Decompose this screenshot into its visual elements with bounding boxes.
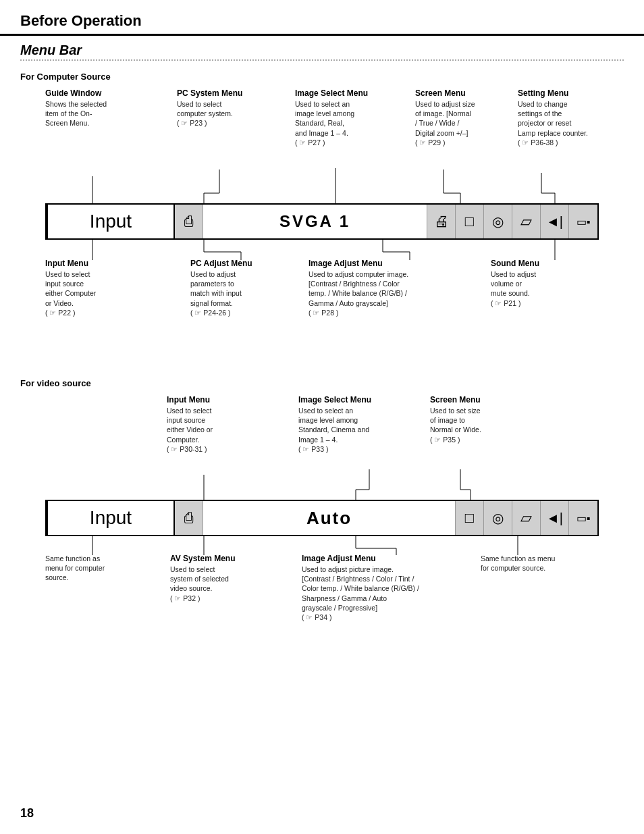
v-image-adjust-icon: ◎	[492, 510, 504, 526]
video-input-text: Input	[90, 507, 132, 529]
computer-full-diagram: Guide Window Shows the selecteditem of t…	[45, 88, 599, 358]
sound-icon: ◄|	[546, 214, 563, 230]
pc-adjust-title: PC Adjust Menu	[190, 259, 298, 268]
v-image-select-label: Image Select Menu Used to select animage…	[298, 395, 417, 454]
v-input-menu-body: Used to selectinput sourceeither Video o…	[167, 406, 278, 454]
v-screen-menu-body: Used to set sizeof image toNormal or Wid…	[430, 406, 535, 444]
av-system-label: AV System Menu Used to selectsystem of s…	[170, 554, 288, 603]
extra-icon: ▭▪	[576, 215, 591, 228]
v-image-select-body: Used to select animage level amongStanda…	[298, 406, 417, 454]
video-source-section: For video source	[20, 378, 624, 654]
computer-source-label: For Computer Source	[20, 72, 624, 82]
setting-icon: ▱	[520, 213, 532, 230]
video-full-diagram: Input Menu Used to selectinput sourceeit…	[45, 395, 599, 654]
v-image-select-title: Image Select Menu	[298, 395, 417, 405]
input-menu-label: Input Menu Used to selectinput sourceeit…	[45, 259, 153, 317]
v-sound-icon: ◄|	[546, 511, 563, 526]
v-image-adjust-label: Image Adjust Menu Used to adjust picture…	[302, 554, 471, 622]
screen-menu-label: Screen Menu Used to adjust sizeof image.…	[415, 88, 513, 147]
video-menu-bar: Input ⎙ Auto □	[45, 500, 599, 536]
top-annotations-computer: Guide Window Shows the selecteditem of t…	[45, 88, 599, 203]
image-adjust-icon: ◎	[492, 213, 504, 230]
pc-system-icon-box[interactable]: ⎙	[175, 205, 203, 238]
auto-text-box: Auto	[203, 501, 456, 535]
sound-menu-body: Used to adjustvolume ormute sound.( ☞ P2…	[491, 269, 595, 308]
image-adjust-title: Image Adjust Menu	[308, 259, 471, 268]
image-select-icon-box[interactable]: 🖨	[427, 205, 456, 238]
sound-menu-title: Sound Menu	[491, 259, 595, 268]
sound-icon-box[interactable]: ◄|	[541, 205, 569, 238]
video-source-diagram: Input Menu Used to selectinput sourceeit…	[20, 395, 624, 654]
v-image-adjust-body: Used to adjust picture image.[Contrast /…	[302, 565, 471, 622]
page-number: 18	[20, 806, 34, 820]
image-select-body: Used to select animage level amongStanda…	[295, 99, 406, 147]
v-extra-icon-box[interactable]: ▭▪	[569, 501, 597, 535]
guide-window-body: Shows the selecteditem of the On-Screen …	[45, 99, 146, 128]
bottom-annotations-computer: Input Menu Used to selectinput sourceeit…	[45, 240, 599, 358]
computer-menu-icons: ⎙ SVGA 1 🖨 □ ◎	[175, 205, 597, 238]
guide-window-title: Guide Window	[45, 88, 146, 98]
computer-input-box: Input	[47, 203, 175, 240]
same-left-label: Same function asmenu for computersource.	[45, 554, 160, 583]
bottom-annotations-video: Same function asmenu for computersource.…	[45, 536, 599, 654]
v-input-menu-label: Input Menu Used to selectinput sourceeit…	[167, 395, 278, 454]
extra-icon-box[interactable]: ▭▪	[569, 205, 597, 238]
image-select-icon: 🖨	[434, 213, 449, 230]
image-adjust-label: Image Adjust Menu Used to adjust compute…	[308, 259, 471, 317]
screen-icon: □	[465, 213, 474, 230]
pc-system-icon: ⎙	[184, 213, 193, 230]
av-system-body: Used to selectsystem of selectedvideo so…	[170, 565, 288, 603]
setting-icon-box[interactable]: ▱	[512, 205, 541, 238]
v-setting-icon-box[interactable]: ▱	[512, 501, 541, 535]
av-system-icon-box[interactable]: ⎙	[175, 501, 203, 535]
v-screen-menu-label: Screen Menu Used to set sizeof image toN…	[430, 395, 535, 444]
v-setting-icon: ▱	[520, 509, 532, 527]
input-menu-title: Input Menu	[45, 259, 153, 268]
pc-adjust-label: PC Adjust Menu Used to adjustparameters …	[190, 259, 298, 317]
av-system-title: AV System Menu	[170, 554, 288, 563]
guide-window-label: Guide Window Shows the selecteditem of t…	[45, 88, 146, 128]
computer-source-diagram: Guide Window Shows the selecteditem of t…	[20, 88, 624, 358]
v-screen-icon: □	[465, 509, 474, 527]
v-screen-menu-title: Screen Menu	[430, 395, 535, 405]
page-title: Before Operation	[20, 12, 624, 30]
v-image-adjust-icon-box[interactable]: ◎	[484, 501, 512, 535]
setting-menu-body: Used to changesettings of theprojector o…	[518, 99, 599, 147]
auto-text: Auto	[306, 508, 352, 529]
video-menu-icons: ⎙ Auto □ ◎	[175, 501, 597, 535]
svga-text-box: SVGA 1	[203, 205, 427, 238]
screen-menu-title: Screen Menu	[415, 88, 513, 98]
image-adjust-icon-box[interactable]: ◎	[484, 205, 512, 238]
av-system-icon: ⎙	[184, 509, 193, 527]
pc-system-body: Used to selectcomputer system.( ☞ P23 )	[177, 99, 281, 128]
v-input-menu-title: Input Menu	[167, 395, 278, 405]
top-annotations-video: Input Menu Used to selectinput sourceeit…	[45, 395, 599, 500]
screen-icon-box[interactable]: □	[456, 205, 484, 238]
svga-text: SVGA 1	[279, 212, 350, 231]
v-image-adjust-title: Image Adjust Menu	[302, 554, 471, 563]
video-source-label: For video source	[20, 378, 624, 388]
video-input-box: Input	[47, 500, 175, 536]
same-right-body: Same function as menufor computer source…	[481, 554, 595, 573]
v-sound-icon-box[interactable]: ◄|	[541, 501, 569, 535]
v-extra-icon: ▭▪	[576, 512, 591, 525]
pc-system-label: PC System Menu Used to selectcomputer sy…	[177, 88, 281, 128]
section-title: Menu Bar	[20, 43, 624, 58]
same-left-body: Same function asmenu for computersource.	[45, 554, 160, 583]
setting-menu-title: Setting Menu	[518, 88, 599, 98]
same-right-label: Same function as menufor computer source…	[481, 554, 595, 573]
computer-menu-bar: Input ⎙ SVGA 1 🖨	[45, 203, 599, 240]
pc-adjust-body: Used to adjustparameters tomatch with in…	[190, 269, 298, 317]
setting-menu-label: Setting Menu Used to changesettings of t…	[518, 88, 599, 147]
page-header: Before Operation	[0, 0, 644, 36]
sound-menu-label: Sound Menu Used to adjustvolume ormute s…	[491, 259, 595, 308]
image-select-label: Image Select Menu Used to select animage…	[295, 88, 406, 147]
image-adjust-body: Used to adjust computer image.[Contrast …	[308, 269, 471, 317]
v-screen-icon-box[interactable]: □	[456, 501, 484, 535]
input-menu-body: Used to selectinput sourceeither Compute…	[45, 269, 153, 317]
computer-input-text: Input	[90, 211, 132, 232]
image-select-title: Image Select Menu	[295, 88, 406, 98]
section-divider	[20, 59, 624, 61]
screen-menu-body: Used to adjust sizeof image. [Normal/ Tr…	[415, 99, 513, 147]
page-content: Menu Bar For Computer Source	[0, 36, 644, 688]
